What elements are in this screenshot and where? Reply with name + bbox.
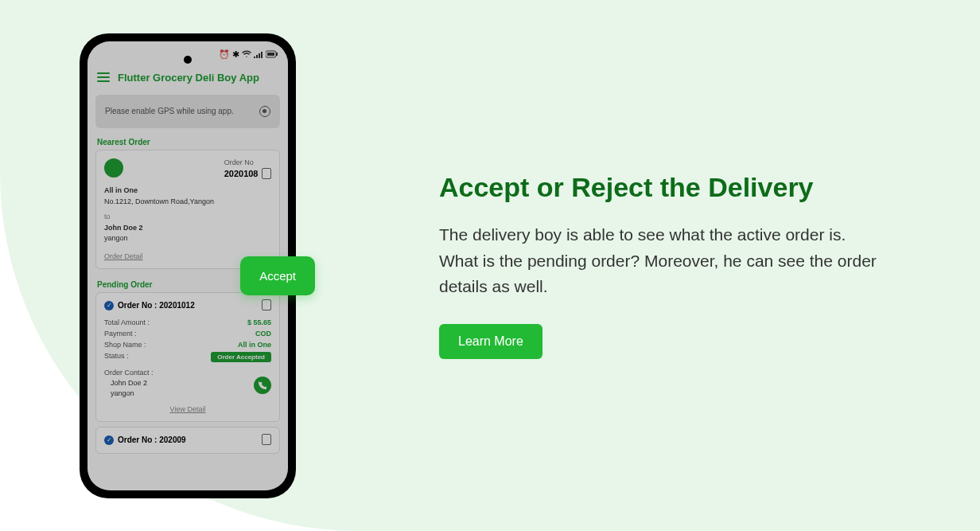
gps-message: Please enable GPS while using app. <box>105 107 234 115</box>
copy-icon[interactable] <box>263 301 271 310</box>
copy-icon[interactable] <box>263 435 271 445</box>
customer-name: John Doe 2 <box>104 223 271 234</box>
shop-avatar <box>104 158 123 178</box>
learn-more-button[interactable]: Learn More <box>439 324 542 359</box>
phone-mockup: ⏰ ✱ <box>80 33 296 498</box>
order-no-label: Order No <box>224 158 271 166</box>
order-no-value: 2020108 <box>224 169 259 178</box>
svg-rect-2 <box>267 53 274 56</box>
contact-city: yangon <box>104 389 271 397</box>
contact-name: John Doe 2 <box>104 379 271 387</box>
svg-rect-1 <box>276 53 278 56</box>
app-header: Flutter Grocery Deli Boy App <box>88 65 288 90</box>
target-icon <box>259 106 270 117</box>
shop-name: All in One <box>104 185 271 197</box>
bluetooth-icon: ✱ <box>232 49 239 60</box>
copy-icon[interactable] <box>263 170 271 179</box>
page-description: The delivery boy is able to see what the… <box>439 222 885 300</box>
customer-city: yangon <box>104 233 271 244</box>
nearest-order-card[interactable]: Order No 2020108 All in One No.1212, Dow… <box>95 150 280 269</box>
check-icon: ✓ <box>104 435 114 445</box>
status-row: Status : Order Accepted <box>104 350 271 364</box>
status-badge: Order Accepted <box>211 352 271 362</box>
pending-order-no-2: Order No : 202009 <box>118 435 186 444</box>
table-row: Shop Name : All in One <box>104 339 271 350</box>
to-label: to <box>104 212 271 223</box>
pending-order-card-2[interactable]: ✓ Order No : 202009 <box>95 427 280 454</box>
accept-button[interactable]: Accept <box>240 256 315 295</box>
view-detail-link[interactable]: View Detail <box>104 405 271 413</box>
app-title: Flutter Grocery Deli Boy App <box>118 72 259 84</box>
shop-address: No.1212, Downtown Road,Yangon <box>104 197 271 208</box>
phone-button[interactable] <box>254 377 271 394</box>
wifi-icon <box>242 50 251 60</box>
pending-order-card[interactable]: ✓ Order No : 20201012 Total Amount : $ 5… <box>95 292 280 422</box>
signal-icon <box>254 50 263 60</box>
alarm-icon: ⏰ <box>219 49 230 60</box>
contact-label: Order Contact : <box>104 369 271 377</box>
table-row: Total Amount : $ 55.65 <box>104 317 271 328</box>
camera-dot <box>184 56 192 64</box>
marketing-content: Accept or Reject the Delivery The delive… <box>344 172 932 359</box>
menu-icon[interactable] <box>97 72 110 82</box>
pending-order-no: Order No : 20201012 <box>118 301 195 310</box>
check-icon: ✓ <box>104 301 114 310</box>
battery-icon <box>266 50 278 60</box>
gps-banner[interactable]: Please enable GPS while using app. <box>95 95 280 128</box>
nearest-order-label: Nearest Order <box>88 133 288 150</box>
page-title: Accept or Reject the Delivery <box>439 172 885 203</box>
table-row: Payment : COD <box>104 328 271 339</box>
